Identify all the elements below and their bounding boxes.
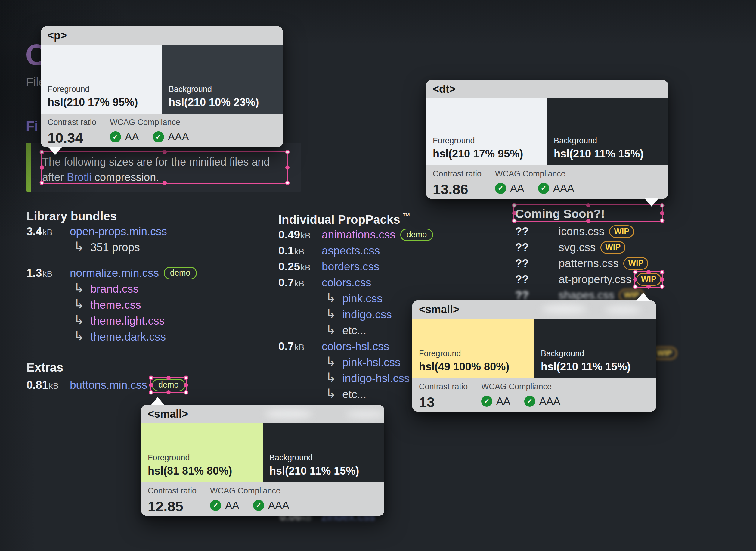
coming-soon-heading: Coming Soon?! (515, 206, 605, 221)
brotli-link[interactable]: Brotli (67, 171, 91, 183)
wcag-aaa-badge: ✓AAA (524, 395, 560, 407)
file-link-brand[interactable]: brand.css (90, 283, 138, 296)
file-link-pink[interactable]: pink.css (342, 293, 383, 305)
library-bundles-section: Library bundles 3.4kB open-props.min.css… (26, 209, 197, 345)
unknown-size: ?? (515, 225, 559, 238)
check-icon: ✓ (153, 131, 164, 142)
tooltip-header: <small> (141, 405, 384, 423)
background-label: Background (541, 349, 656, 358)
wcag-aa-badge: ✓AA (495, 182, 524, 194)
contrast-ratio-label: Contrast ratio (148, 486, 210, 496)
check-icon: ✓ (481, 396, 492, 407)
blur-artifact (346, 411, 384, 418)
check-icon: ✓ (210, 500, 221, 511)
file-row: ?? at-property.css WIP (515, 271, 661, 287)
file-link-animations[interactable]: animations.css (322, 228, 395, 241)
file-link-theme[interactable]: theme.css (90, 299, 141, 311)
sub-arrow-icon: ↳ (326, 306, 336, 321)
contrast-tooltip-p: <p> Foreground hsl(210 17% 95%) Backgrou… (41, 26, 283, 147)
file-label-shapes: shapes.css (559, 289, 614, 302)
file-link-colors-hsl[interactable]: colors-hsl.css (322, 340, 389, 353)
background-value: hsl(210 11% 15%) (269, 465, 384, 477)
wip-badge: WIP (600, 241, 625, 254)
demo-badge[interactable]: demo (164, 267, 197, 280)
sub-arrow-icon: ↳ (326, 354, 336, 369)
selection-handle (184, 390, 188, 395)
selection-handle (166, 376, 171, 380)
note-line1: The following sizes are for the minified… (42, 156, 270, 168)
file-link-indigo[interactable]: indigo.css (342, 308, 392, 321)
foreground-value: hsl(81 81% 80%) (148, 465, 263, 477)
tooltip-footer: Contrast ratio 13.86 WCAG Compliance ✓AA… (426, 165, 668, 199)
sub-row: ↳ 351 props (26, 239, 197, 255)
wcag-aaa-badge: ✓AAA (538, 182, 574, 194)
screenshot-root: O File Fi The following sizes are for th… (0, 0, 756, 551)
background-label: Background (554, 136, 668, 145)
etc-label: etc... (342, 388, 366, 401)
sub-row: ↳ theme.css (26, 297, 197, 313)
element-tag-label: <small> (148, 408, 188, 420)
file-size: 0.81kB (26, 379, 70, 392)
demo-badge[interactable]: demo (152, 379, 185, 392)
check-icon: ✓ (524, 396, 535, 407)
sub-arrow-icon: ↳ (74, 281, 84, 296)
demo-badge[interactable]: demo (400, 228, 433, 241)
file-link-buttons[interactable]: buttons.min.css (70, 379, 147, 392)
foreground-label: Foreground (433, 136, 547, 145)
contrast-ratio-value: 13 (419, 394, 481, 410)
tooltip-caret-icon (151, 397, 165, 405)
file-row: 0.81kB buttons.min.css demo (26, 377, 185, 393)
file-size: 1.3kB (26, 267, 70, 280)
wcag-aaa-badge: ✓AAA (253, 499, 289, 511)
wcag-aa-badge: ✓AA (210, 499, 239, 511)
file-row: 0.49kB animations.css demo (278, 227, 433, 243)
wcag-compliance-label: WCAG Compliance (481, 382, 560, 392)
file-link-pink-hsl[interactable]: pink-hsl.css (342, 356, 400, 369)
tooltip-footer: Contrast ratio 12.85 WCAG Compliance ✓AA… (141, 482, 384, 516)
file-row: ?? svg.css WIP (515, 239, 661, 255)
selection-handle (149, 383, 153, 387)
sub-row: ↳ indigo.css (278, 307, 433, 323)
background-value: hsl(210 10% 23%) (169, 96, 283, 109)
sub-arrow-icon: ↳ (326, 290, 336, 305)
file-link-borders[interactable]: borders.css (322, 260, 379, 273)
check-icon: ✓ (538, 183, 549, 194)
file-link-open-props[interactable]: open-props.min.css (70, 225, 167, 238)
element-tag-label: <dt> (433, 83, 456, 95)
background-swatch: Background hsl(210 11% 15%) (547, 98, 668, 165)
unknown-size: ?? (515, 273, 559, 286)
file-size: 0.7kB (278, 340, 322, 353)
contrast-ratio-label: Contrast ratio (48, 118, 110, 127)
tooltip-footer: Contrast ratio 10.34 WCAG Compliance ✓AA… (41, 113, 283, 147)
file-label-icons: icons.css (559, 225, 604, 238)
unknown-size: ?? (515, 289, 559, 302)
swatch-pair: Foreground hsl(49 100% 80%) Background h… (412, 319, 656, 378)
proppacks-heading: Individual PropPacks™ (278, 209, 433, 227)
selection-handle (660, 218, 665, 223)
check-icon: ✓ (495, 183, 506, 194)
sub-row: ↳ etc... (278, 323, 433, 339)
file-link-aspects[interactable]: aspects.css (322, 244, 380, 257)
file-link-indigo-hsl[interactable]: indigo-hsl.css (342, 372, 410, 385)
file-link-normalize[interactable]: normalize.min.css (70, 267, 159, 280)
file-link-theme-dark[interactable]: theme.dark.css (90, 331, 166, 343)
file-link-theme-light[interactable]: theme.light.css (90, 315, 165, 327)
element-tag-label: <p> (48, 29, 67, 42)
foreground-swatch: Foreground hsl(210 17% 95%) (41, 45, 162, 113)
sub-arrow-icon: ↳ (326, 386, 336, 401)
wcag-aa-badge: ✓AA (481, 395, 510, 407)
sub-row: ↳ etc... (278, 386, 433, 402)
unknown-size: ?? (515, 257, 559, 270)
foreground-label: Foreground (48, 85, 162, 94)
contrast-ratio-label: Contrast ratio (433, 169, 495, 178)
foreground-swatch: Foreground hsl(49 100% 80%) (412, 319, 534, 378)
selection-handle (149, 376, 153, 380)
trademark-symbol: ™ (403, 212, 411, 221)
file-row: 0.1kB aspects.css (278, 243, 433, 258)
tooltip-footer: Contrast ratio 13 WCAG Compliance ✓AA ✓A… (412, 378, 656, 412)
file-size: 0.7kB (278, 277, 322, 289)
sub-row: ↳ brand.css (26, 281, 197, 297)
file-link-colors[interactable]: colors.css (322, 277, 371, 289)
tooltip-header: <dt> (426, 80, 668, 98)
file-size: 0.1kB (278, 244, 322, 257)
